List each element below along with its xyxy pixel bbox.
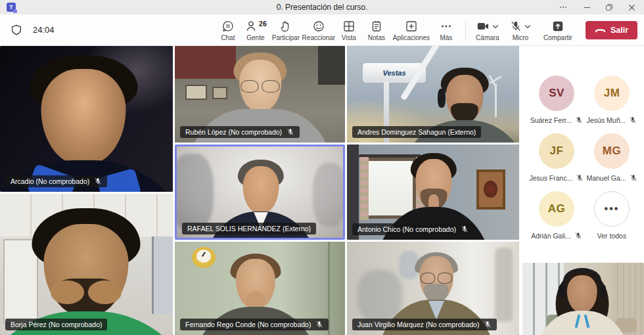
mic-off-icon — [575, 116, 583, 124]
mic-off-icon — [94, 177, 102, 185]
avatar-label: Suárez Ferr... — [530, 116, 572, 124]
react-label: Reaccionar — [302, 34, 336, 41]
avatar-manuel[interactable]: MG Manuel Ga... — [584, 133, 639, 182]
avatar-label: Manuel Ga... — [586, 174, 626, 182]
mic-off-icon — [461, 225, 469, 233]
see-all-label: Ver todos — [597, 232, 626, 240]
participant-name-label: Andres Dominguez Sahagun (Externo) — [352, 126, 481, 138]
people-icon — [244, 20, 258, 33]
raise-hand-button[interactable]: Participar — [269, 18, 302, 41]
avatar-adrian[interactable]: AG Adrián Gali... — [529, 191, 584, 240]
chevron-down-icon[interactable] — [524, 24, 531, 29]
apps-label: Aplicaciones — [393, 34, 430, 41]
share-button[interactable]: Compartir — [537, 18, 579, 41]
participant-name-label: Fernando Rego Conde (No comprobado) — [180, 319, 329, 330]
chevron-down-icon[interactable] — [492, 24, 499, 29]
avatar-label: Jesús Muñ... — [587, 116, 626, 124]
avatar-label: Adrián Gali... — [531, 232, 571, 240]
hang-up-icon — [595, 27, 606, 33]
participant-name-label: Rubén López (No comprobado) — [180, 126, 300, 138]
people-count-badge: 26 — [259, 20, 267, 28]
more-button[interactable]: Más — [432, 18, 460, 41]
video-tile-antonio[interactable]: Antonio Chico (No comprobado) — [347, 145, 519, 240]
video-tile-andres[interactable]: Vestas Andres Dominguez Sahagun (Externo… — [347, 46, 519, 143]
mic-off-icon — [574, 232, 582, 240]
mic-off-icon — [576, 174, 584, 182]
react-smiley-icon — [312, 20, 325, 33]
mic-off-icon — [629, 116, 637, 124]
chat-button[interactable]: Chat — [214, 18, 242, 41]
avatar-initials: JF — [539, 133, 574, 169]
see-all-button[interactable]: ••• Ver todos — [584, 191, 639, 240]
apps-button[interactable]: Aplicaciones — [390, 18, 432, 41]
participant-video — [0, 46, 173, 192]
notes-label: Notas — [368, 34, 385, 41]
camera-icon — [476, 20, 490, 33]
notes-button[interactable]: Notas — [363, 18, 390, 41]
toolbar-divider — [465, 20, 466, 40]
window-restore-button[interactable] — [599, 0, 619, 14]
more-dots-icon: ••• — [594, 191, 630, 227]
share-label: Compartir — [543, 34, 572, 41]
raise-hand-icon — [279, 20, 292, 33]
mic-off-icon — [510, 20, 522, 32]
participant-name-label: Juan Virgilio Márquez (No comprobado) — [352, 319, 497, 330]
people-label: Gente — [246, 34, 264, 41]
toolbar-actions: Chat 26 Gente Participar Reaccionar Vist… — [214, 18, 637, 41]
avatar-initials: AG — [539, 191, 574, 227]
avatar-suarez[interactable]: SV Suárez Ferr... — [529, 76, 584, 124]
react-button[interactable]: Reaccionar — [302, 18, 335, 41]
avatar-initials: MG — [594, 133, 630, 169]
participant-name-label: RAFAEL SOLIS HERNANDEZ (Externo) — [182, 223, 316, 234]
video-tile-juan[interactable]: Juan Virgilio Márquez (No comprobado) — [347, 242, 519, 335]
window-more-button[interactable] — [553, 0, 573, 14]
meeting-toolbar: 24:04 Chat 26 Gente Participar Reacciona… — [0, 14, 644, 46]
teams-meeting-window: T 0. Presentación del curso. 24:04 Chat … — [0, 0, 644, 335]
window-titlebar: T 0. Presentación del curso. — [0, 0, 644, 14]
participant-name-label: Arcadio (No comprobado) — [5, 175, 107, 187]
mic-off-icon — [484, 321, 492, 328]
mic-button[interactable]: Micro — [504, 18, 537, 41]
meeting-title: 0. Presentación del curso. — [277, 3, 368, 12]
teams-icon: T — [7, 3, 16, 12]
avatar-initials: JM — [594, 76, 630, 111]
view-button[interactable]: Vista — [335, 18, 363, 41]
self-view-tile[interactable] — [522, 263, 644, 335]
camera-button[interactable]: Cámara — [471, 18, 504, 41]
video-tile-borja[interactable]: Borja Pérez (No comprobado) — [0, 194, 173, 335]
share-icon — [551, 20, 564, 33]
notes-icon — [370, 20, 383, 33]
leave-button[interactable]: Salir — [586, 21, 637, 39]
window-minimize-button[interactable] — [577, 0, 597, 14]
avatar-label: Jesus Franc... — [530, 174, 573, 182]
avatar-jesus-m[interactable]: JM Jesús Muñ... — [584, 76, 639, 124]
apps-plus-icon — [405, 20, 418, 33]
video-tile-ruben[interactable]: Rubén López (No comprobado) — [175, 46, 345, 143]
video-tile-arcadio[interactable]: Arcadio (No comprobado) — [0, 46, 173, 192]
chat-icon — [221, 20, 235, 33]
vestas-logo-text: Vestas — [382, 69, 405, 77]
leave-label: Salir — [610, 26, 628, 35]
video-grid: Arcadio (No comprobado) Borja Pérez (No … — [0, 46, 644, 335]
security-shield-icon — [11, 24, 22, 36]
avatar-initials: SV — [539, 76, 574, 111]
video-tile-fernando[interactable]: Fernando Rego Conde (No comprobado) — [175, 242, 345, 335]
meeting-timer: 24:04 — [33, 25, 55, 35]
self-video — [522, 263, 644, 335]
mic-label: Micro — [513, 34, 528, 41]
view-label: Vista — [342, 34, 356, 41]
chat-label: Chat — [221, 34, 235, 41]
more-label: Más — [440, 34, 452, 41]
window-close-button[interactable] — [622, 0, 641, 14]
view-grid-icon — [342, 20, 356, 33]
participant-name-label: Antonio Chico (No comprobado) — [352, 223, 474, 235]
video-tile-rafael[interactable]: RAFAEL SOLIS HERNANDEZ (Externo) — [175, 145, 345, 240]
avatar-jesus-f[interactable]: JF Jesus Franc... — [529, 133, 584, 182]
more-dots-icon — [440, 20, 453, 33]
mic-off-icon — [315, 321, 323, 328]
participant-video — [0, 194, 173, 335]
mic-off-icon — [287, 128, 294, 136]
raise-hand-label: Participar — [272, 34, 300, 41]
people-button[interactable]: 26 Gente — [242, 18, 269, 41]
participant-name-label: Borja Pérez (No comprobado) — [5, 319, 107, 330]
